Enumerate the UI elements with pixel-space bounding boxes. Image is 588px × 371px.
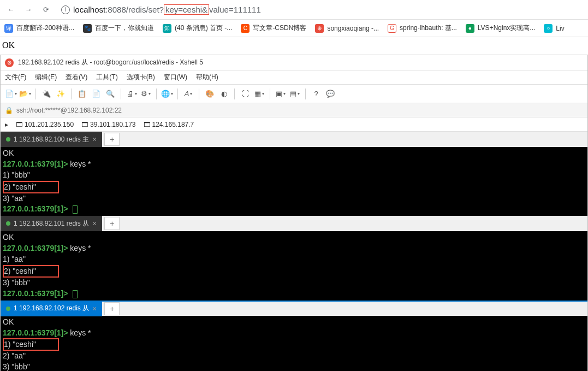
bookmark-item[interactable]: ⊕songxiaoqiang -... [315, 24, 379, 33]
bookmark-label: (40 条消息) 首页 -... [175, 23, 232, 33]
font-button[interactable]: A [182, 88, 194, 100]
open-button[interactable]: 📂 [19, 88, 31, 100]
bookmark-item[interactable]: Gspring-lhbauth: 基... [388, 23, 457, 33]
tab-redis-master[interactable]: 1 192.168.92.100 redis 主 × [1, 132, 102, 147]
term-prompt: 127.0.0.1:6379[1]> [3, 160, 68, 168]
add-tab-button[interactable]: + [104, 217, 120, 230]
bookmark-item[interactable]: 知(40 条消息) 首页 -... [163, 23, 232, 33]
bookmark-label: spring-lhbauth: 基... [400, 23, 457, 33]
term-line: 2) "ceshi" [4, 182, 36, 191]
status-dot-icon [6, 137, 10, 142]
separator [199, 89, 199, 99]
separator [270, 89, 270, 99]
favicon-icon: G [388, 24, 396, 33]
print-button[interactable]: 🖨 [126, 88, 138, 100]
separator [35, 89, 36, 99]
browser-nav: ← → ⟳ i localhost:8088/redis/set?key=ces… [0, 0, 588, 20]
close-icon[interactable]: × [92, 219, 97, 228]
close-icon[interactable]: × [92, 135, 97, 144]
menu-tools[interactable]: 工具(T) [96, 73, 117, 82]
menu-edit[interactable]: 编辑(E) [35, 73, 57, 82]
menu-view[interactable]: 查看(V) [66, 73, 87, 82]
bookmark-icon: 🗖 [81, 121, 88, 128]
bookmark-label: Liv [556, 25, 564, 32]
forward-button[interactable]: → [22, 3, 35, 16]
properties-button[interactable]: ⚙ [140, 88, 152, 100]
add-tab-button[interactable]: + [104, 302, 120, 315]
url-path-pre: /redis/set? [126, 5, 164, 14]
session-add-button[interactable]: ▸ [5, 121, 8, 128]
bookmark-label: 写文章-CSDN博客 [253, 23, 306, 33]
bookmark-item[interactable]: 🐾百度一下，你就知道 [83, 23, 154, 33]
url-bar[interactable]: i localhost:8088/redis/set?key=ceshi&val… [57, 3, 584, 16]
session-bar: ▸ 🗖101.201.235.150 🗖39.101.180.173 🗖124.… [1, 117, 587, 132]
session-item[interactable]: 🗖39.101.180.173 [81, 121, 135, 128]
url-text: localhost:8088/redis/set?key=ceshi&value… [73, 5, 261, 14]
theme-button[interactable]: ◐ [218, 88, 230, 100]
reload-button[interactable]: ⟳ [39, 3, 52, 16]
status-dot-icon [6, 221, 10, 226]
menu-window[interactable]: 窗口(W) [164, 73, 187, 82]
help-button[interactable]: ? [310, 88, 322, 100]
term-prompt: 127.0.0.1:6379[1]> [3, 244, 68, 252]
session-item[interactable]: 🗖101.201.235.150 [16, 121, 74, 128]
separator [305, 89, 306, 99]
terminal-output[interactable]: OK 127.0.0.1:6379[1]> keys * 1) "bbb" 2)… [1, 147, 587, 216]
url-path-post: value=111111 [209, 5, 261, 14]
window-title: 192.168.92.102 redis 从 - root@bogon:/usr… [18, 58, 203, 67]
term-line: 3) "aa" [3, 194, 26, 203]
close-icon[interactable]: × [92, 304, 97, 313]
disconnect-button[interactable]: ✨ [55, 88, 67, 100]
ssh-bar: 🔒 ssh://root:******@192.168.92.102:22 [1, 103, 587, 117]
ssh-url[interactable]: ssh://root:******@192.168.92.102:22 [16, 107, 122, 114]
separator [234, 89, 235, 99]
globe-button[interactable]: 🌐 [161, 88, 173, 100]
bookmark-item[interactable]: 译百度翻译-200种语... [4, 23, 74, 33]
info-icon: i [61, 5, 70, 14]
session-item[interactable]: 🗖124.165.187.7 [144, 121, 194, 128]
bookmark-item[interactable]: ●LVS+Nginx实现高... [466, 23, 535, 33]
favicon-icon: 🐾 [83, 24, 92, 33]
add-tab-button[interactable]: + [104, 133, 120, 146]
terminal-output[interactable]: OK 127.0.0.1:6379[1]> keys * 1) "ceshi" … [1, 316, 587, 371]
paste-button[interactable]: 📄 [90, 88, 102, 100]
terminal-output[interactable]: OK 127.0.0.1:6379[1]> keys * 1) "aa" 2) … [1, 231, 587, 300]
url-host: localhost [73, 5, 105, 14]
bookmark-label: LVS+Nginx实现高... [478, 23, 535, 33]
new-session-button[interactable]: 📄 [5, 88, 17, 100]
fullscreen-button[interactable]: ⛶ [239, 88, 251, 100]
copy-button[interactable]: 📋 [76, 88, 88, 100]
transparency-button[interactable]: ▦ [253, 88, 265, 100]
separator [121, 89, 121, 99]
back-button[interactable]: ← [4, 3, 17, 16]
term-line: 3) "bbb" [3, 362, 30, 371]
bookmark-item[interactable]: ○Liv [544, 24, 564, 33]
menu-tabs[interactable]: 选项卡(B) [127, 73, 155, 82]
menu-help[interactable]: 帮助(H) [196, 73, 218, 82]
reconnect-button[interactable]: 🔌 [40, 88, 52, 100]
chat-button[interactable]: 💬 [324, 88, 336, 100]
session-label: 124.165.187.7 [152, 121, 194, 128]
term-prompt: 127.0.0.1:6379[1]> [3, 328, 68, 337]
tab-redis-slave-102[interactable]: 1 192.168.92.102 redis 从 × [1, 301, 102, 316]
toolbar: 📄 📂 🔌 ✨ 📋 📄 🔍 🖨 ⚙ 🌐 A 🎨 ◐ ⛶ ▦ ▣ ▤ ? 💬 [1, 85, 587, 103]
bookmark-label: 百度翻译-200种语... [16, 23, 74, 33]
tab-label: 1 192.168.92.100 redis 主 [14, 135, 89, 144]
bookmark-item[interactable]: C写文章-CSDN博客 [241, 23, 306, 33]
menu-file[interactable]: 文件(F) [5, 73, 26, 82]
highlight-box: 2) "ceshi" [3, 181, 59, 193]
bookmark-label: 百度一下，你就知道 [95, 23, 154, 33]
tab-bar: 1 192.168.92.101 redis 从 × + [1, 216, 587, 231]
cascade-button[interactable]: ▤ [289, 88, 301, 100]
color-button[interactable]: 🎨 [204, 88, 216, 100]
highlight-box: 2) "ceshi" [3, 265, 59, 278]
separator [71, 89, 72, 99]
term-line: 2) "ceshi" [4, 267, 36, 275]
term-line: OK [3, 317, 14, 326]
layout-button[interactable]: ▣ [275, 88, 287, 100]
term-cmd: keys * [68, 160, 91, 168]
bookmarks-bar: 译百度翻译-200种语... 🐾百度一下，你就知道 知(40 条消息) 首页 -… [0, 20, 588, 37]
find-button[interactable]: 🔍 [104, 88, 116, 100]
tab-redis-slave-101[interactable]: 1 192.168.92.101 redis 从 × [1, 216, 102, 231]
term-line: 1) "bbb" [3, 170, 30, 179]
